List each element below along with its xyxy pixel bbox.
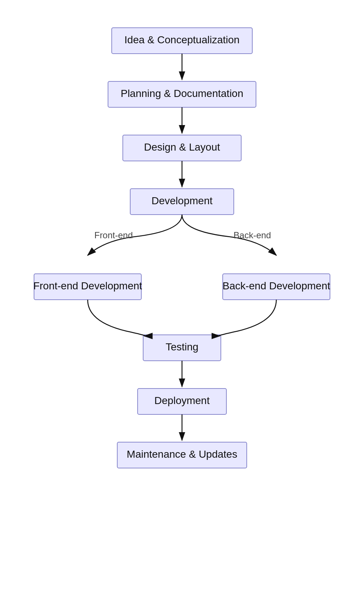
arrow-frontend-testing bbox=[88, 300, 145, 336]
frontend-edge-label: Front-end bbox=[94, 230, 133, 240]
backend-edge-label: Back-end bbox=[233, 230, 271, 240]
deployment-label: Deployment bbox=[154, 395, 210, 406]
design-label: Design & Layout bbox=[144, 141, 220, 153]
frontend-label: Front-end Development bbox=[33, 280, 142, 292]
diagram-container: Idea & Conceptualization Planning & Docu… bbox=[0, 0, 364, 592]
testing-label: Testing bbox=[166, 341, 199, 353]
maintenance-label: Maintenance & Updates bbox=[127, 448, 237, 460]
arrow-backend-testing bbox=[219, 300, 276, 336]
development-label: Development bbox=[152, 195, 213, 206]
planning-label: Planning & Documentation bbox=[121, 88, 243, 99]
idea-label: Idea & Conceptualization bbox=[124, 34, 239, 46]
backend-label: Back-end Development bbox=[222, 280, 330, 292]
